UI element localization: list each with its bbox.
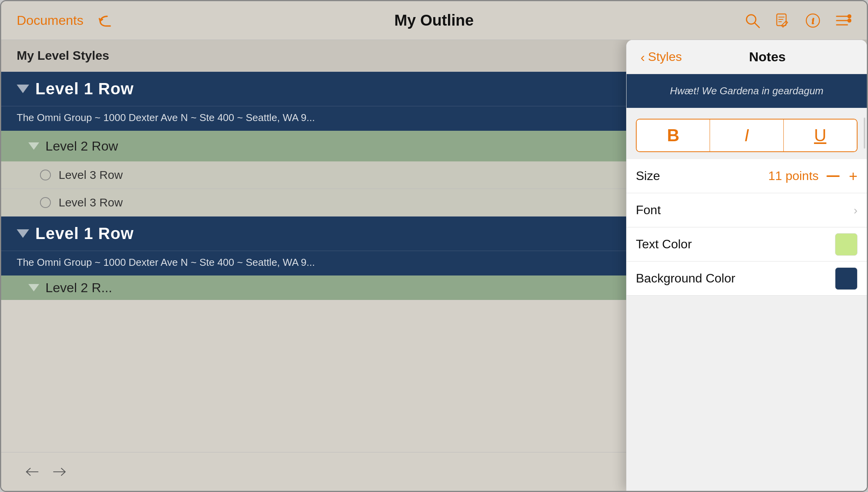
page-title: My Outline: [295, 12, 573, 29]
background-color-swatch[interactable]: [835, 267, 858, 290]
svg-point-12: [848, 19, 851, 22]
size-decrease-button[interactable]: [826, 175, 840, 177]
background-color-label: Background Color: [636, 271, 835, 286]
font-row[interactable]: Font ›: [627, 193, 867, 227]
undo-button[interactable]: [95, 13, 115, 28]
nav-bar: Documents My Outline: [1, 1, 867, 40]
panel-controls: B I U Size 11 points +: [627, 108, 867, 491]
bold-button[interactable]: B: [637, 120, 710, 151]
panel-title: Notes: [682, 49, 853, 64]
back-chevron-icon: ‹: [641, 50, 645, 64]
back-styles-label: Styles: [648, 50, 682, 64]
text-color-swatch[interactable]: [835, 233, 858, 256]
italic-button[interactable]: I: [710, 120, 783, 151]
size-label: Size: [636, 169, 768, 183]
panel-scrollbar: [864, 118, 865, 149]
address-text-1: The Omni Group ~ 1000 Dexter Ave N ~ Ste…: [17, 112, 315, 123]
level1-triangle-2: [17, 229, 29, 238]
search-button[interactable]: [744, 12, 760, 29]
format-buttons-row: B I U: [636, 119, 858, 152]
level3-circle-1: [40, 170, 51, 180]
level3-text-1: Level 3 Row: [59, 168, 123, 182]
svg-text:i: i: [812, 16, 814, 26]
level1-triangle-1: [17, 85, 29, 93]
nav-left: Documents: [17, 13, 295, 28]
underline-icon: U: [814, 126, 826, 145]
nav-forward-button[interactable]: [48, 464, 67, 479]
level3-circle-2: [40, 197, 51, 208]
panel-header: ‹ Styles Notes: [627, 40, 867, 74]
level3-text-2: Level 3 Row: [59, 196, 123, 209]
size-increase-button[interactable]: +: [849, 169, 858, 184]
font-label: Font: [636, 203, 854, 217]
background-color-row[interactable]: Background Color: [627, 262, 867, 296]
level2-triangle-1: [28, 142, 39, 150]
documents-link[interactable]: Documents: [17, 13, 83, 28]
panel-preview-text: Hwæt! We Gardena in geardagum: [641, 85, 853, 97]
level2-text-2: Level 2 R...: [45, 280, 112, 295]
styles-panel: ‹ Styles Notes Hwæt! We Gardena in geard…: [626, 40, 867, 491]
back-to-styles-button[interactable]: ‹ Styles: [641, 50, 682, 64]
underline-button[interactable]: U: [784, 120, 857, 151]
menu-button[interactable]: [835, 12, 851, 29]
text-color-label: Text Color: [636, 237, 835, 251]
svg-point-11: [848, 15, 851, 18]
info-button[interactable]: i: [805, 12, 821, 29]
font-chevron-icon: ›: [854, 204, 858, 217]
level2-triangle-2: [28, 284, 39, 291]
address-text-2: The Omni Group ~ 1000 Dexter Ave N ~ Ste…: [17, 256, 315, 268]
panel-preview: Hwæt! We Gardena in geardagum: [627, 74, 867, 108]
size-row: Size 11 points +: [627, 159, 867, 193]
content-area: My Level Styles Level 1 Row The Omni Gro…: [1, 40, 867, 491]
text-color-row[interactable]: Text Color: [627, 227, 867, 262]
size-value: 11 points: [768, 169, 819, 183]
annotate-button[interactable]: [774, 12, 791, 29]
bold-icon: B: [667, 126, 679, 145]
italic-icon: I: [744, 126, 749, 145]
app-container: Documents My Outline: [0, 0, 868, 492]
level1-text-1: Level 1 Row: [35, 80, 134, 98]
level-styles-title: My Level Styles: [17, 49, 109, 63]
svg-line-1: [755, 23, 759, 28]
nav-right: i: [573, 12, 851, 29]
nav-back-button[interactable]: [24, 464, 44, 479]
level2-text-1: Level 2 Row: [45, 139, 118, 154]
level1-text-2: Level 1 Row: [35, 224, 134, 243]
